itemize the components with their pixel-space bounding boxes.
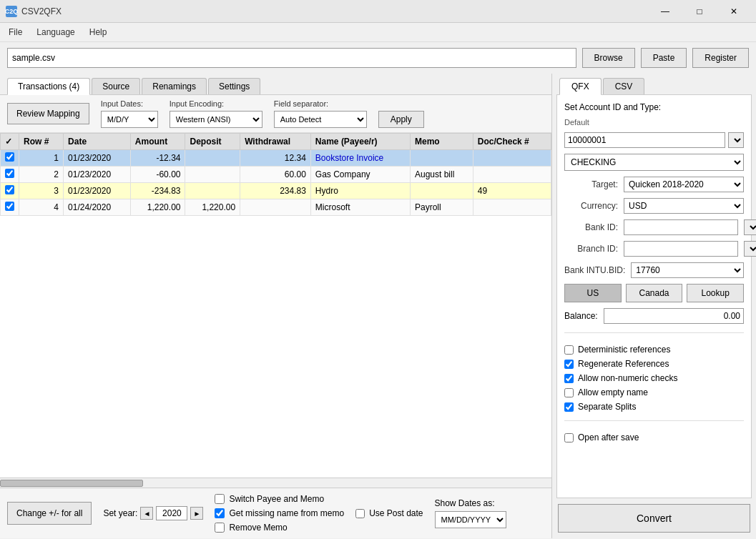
- right-checkboxes: Deterministic references Regenerate Refe…: [564, 345, 744, 412]
- apply-button[interactable]: Apply: [378, 111, 424, 128]
- switch-payee-checkbox[interactable]: [215, 494, 225, 504]
- col-row: Row #: [19, 134, 64, 150]
- set-account-label: Set Account ID and Type:: [564, 102, 744, 112]
- open-after-save-checkbox[interactable]: [564, 433, 574, 442]
- checkbox-non_numeric[interactable]: [564, 374, 574, 383]
- row-name-cell: Hydro: [310, 183, 410, 199]
- bank-id-input[interactable]: [624, 219, 738, 235]
- branch-id-input[interactable]: [624, 241, 738, 257]
- row-checkbox[interactable]: [5, 169, 14, 178]
- account-id-dropdown[interactable]: ▼: [728, 132, 744, 148]
- currency-label: Currency:: [564, 201, 618, 211]
- checkbox-regen_ref-label: Regenerate References: [578, 359, 669, 369]
- maximize-button[interactable]: □: [683, 0, 716, 23]
- tab-transactions[interactable]: Transactions (4): [7, 78, 90, 95]
- currency-select[interactable]: USD: [624, 198, 744, 214]
- browse-button[interactable]: Browse: [582, 48, 635, 68]
- row-check-cell[interactable]: [1, 199, 19, 216]
- row-deposit-cell: [185, 150, 240, 167]
- file-input[interactable]: [7, 48, 576, 68]
- close-button[interactable]: ✕: [717, 0, 750, 23]
- show-dates-select[interactable]: MM/DD/YYYY: [435, 511, 506, 528]
- table-row[interactable]: 301/23/2020-234.83234.83Hydro49: [1, 183, 551, 199]
- row-amount-cell: 1,220.00: [130, 199, 185, 216]
- checkbox-allow_empty-label: Allow empty name: [578, 387, 648, 397]
- year-input[interactable]: [156, 506, 187, 520]
- remove-memo-checkbox[interactable]: [215, 523, 225, 533]
- right-panel: QFX CSV Set Account ID and Type: Default…: [552, 74, 756, 538]
- account-id-input[interactable]: [564, 132, 725, 148]
- register-button[interactable]: Register: [692, 48, 749, 68]
- checkbox-det_ref-row: Deterministic references: [564, 345, 744, 355]
- right-tab-csv[interactable]: CSV: [603, 78, 645, 94]
- table-row[interactable]: 201/23/2020-60.0060.00Gas CompanyAugust …: [1, 167, 551, 183]
- divider-2: [564, 420, 744, 421]
- scroll-thumb[interactable]: [0, 480, 143, 487]
- checkbox-regen_ref[interactable]: [564, 360, 574, 369]
- show-dates-group: Show Dates as: MM/DD/YYYY: [435, 498, 506, 528]
- col-amount: Amount: [130, 134, 185, 150]
- title-bar: C2Q CSV2QFX — □ ✕: [0, 0, 756, 23]
- row-check-cell[interactable]: [1, 167, 19, 183]
- convert-button[interactable]: Convert: [558, 504, 750, 533]
- menu-language[interactable]: Language: [34, 26, 77, 39]
- divider-1: [564, 332, 744, 333]
- get-missing-checkbox[interactable]: [215, 508, 225, 518]
- checkbox-sep_splits[interactable]: [564, 402, 574, 412]
- canada-button[interactable]: Canada: [626, 284, 683, 302]
- target-select[interactable]: Quicken 2018-2020: [624, 177, 744, 192]
- switch-payee-label: Switch Payee and Memo: [229, 494, 324, 504]
- col-check: ✓: [1, 134, 19, 150]
- row-name-cell: Bookstore Invoice: [310, 150, 410, 167]
- row-checkbox[interactable]: [5, 202, 14, 211]
- tab-renamings[interactable]: Renamings: [142, 78, 207, 94]
- bank-buttons-group: US Canada Lookup: [564, 284, 744, 302]
- account-id-row: ▼: [564, 132, 744, 148]
- checkbox-sep_splits-row: Separate Splits: [564, 402, 744, 412]
- us-button[interactable]: US: [564, 284, 622, 302]
- year-prev-button[interactable]: ◄: [140, 507, 153, 520]
- use-post-date-checkbox[interactable]: [355, 509, 365, 518]
- row-memo-cell: [411, 183, 473, 199]
- lookup-button[interactable]: Lookup: [687, 284, 744, 302]
- remove-memo-label: Remove Memo: [229, 523, 287, 533]
- bank-id-dropdown[interactable]: ▼: [744, 219, 756, 235]
- table-row[interactable]: 101/23/2020-12.3412.34Bookstore Invoice: [1, 150, 551, 167]
- field-separator-select[interactable]: Auto Detect: [274, 111, 367, 128]
- tab-settings[interactable]: Settings: [208, 78, 260, 94]
- branch-id-dropdown[interactable]: ▼: [744, 241, 756, 257]
- file-row: Browse Paste Register: [0, 42, 756, 74]
- row-check-cell[interactable]: [1, 183, 19, 199]
- tab-source[interactable]: Source: [92, 78, 140, 94]
- right-tab-qfx[interactable]: QFX: [559, 78, 602, 95]
- paste-button[interactable]: Paste: [641, 48, 687, 68]
- row-check-cell[interactable]: [1, 150, 19, 167]
- row-doc-cell: [473, 150, 551, 167]
- row-doc-cell: [473, 167, 551, 183]
- checkbox-det_ref[interactable]: [564, 345, 574, 355]
- balance-input[interactable]: [604, 308, 744, 324]
- balance-row: Balance:: [564, 308, 744, 324]
- minimize-button[interactable]: —: [649, 0, 682, 23]
- checkbox-allow_empty-row: Allow empty name: [564, 387, 744, 397]
- table-row[interactable]: 401/24/20201,220.001,220.00MicrosoftPayr…: [1, 199, 551, 216]
- input-dates-group: Input Dates: M/D/Y: [101, 99, 158, 128]
- year-next-button[interactable]: ►: [190, 507, 203, 520]
- row-checkbox[interactable]: [5, 152, 14, 162]
- change-plusminus-button[interactable]: Change +/- for all: [7, 502, 92, 525]
- default-label: Default: [564, 118, 744, 127]
- row-name-cell: Microsoft: [310, 199, 410, 216]
- input-encoding-select[interactable]: Western (ANSI): [170, 111, 262, 128]
- bank-intu-select[interactable]: 17760: [631, 262, 744, 278]
- menu-help[interactable]: Help: [87, 26, 110, 39]
- account-type-select[interactable]: CHECKING SAVINGS CREDITLINE: [564, 154, 744, 171]
- row-num-cell: 3: [19, 183, 64, 199]
- review-mapping-button[interactable]: Review Mapping: [7, 103, 89, 124]
- menu-file[interactable]: File: [6, 26, 25, 39]
- input-dates-select[interactable]: M/D/Y: [101, 111, 158, 128]
- row-checkbox[interactable]: [5, 185, 14, 194]
- open-after-save-label: Open after save: [578, 432, 639, 442]
- checkbox-allow_empty[interactable]: [564, 388, 574, 397]
- row-memo-cell: Payroll: [411, 199, 473, 216]
- horizontal-scrollbar[interactable]: [0, 478, 551, 488]
